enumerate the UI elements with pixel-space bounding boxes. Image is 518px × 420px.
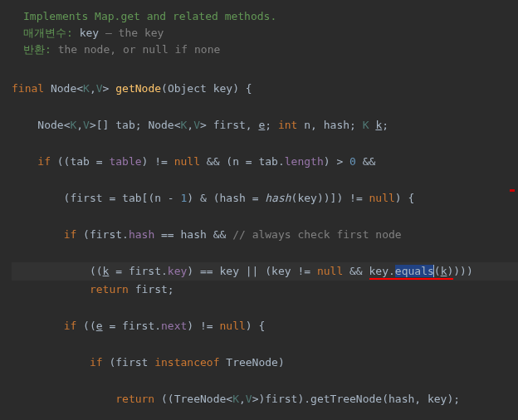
- code-line: return first;: [12, 281, 518, 299]
- doc-param-desc: – the key: [105, 27, 164, 39]
- doc-param-label: 매개변수:: [23, 27, 73, 39]
- code-line: final Node<K,V> getNode(Object key) {: [12, 80, 518, 98]
- doc-return-label: 반환:: [23, 43, 51, 56]
- code-line-highlighted: ((k = first.key) == key || (key != null …: [12, 262, 518, 281]
- code-line: if ((tab = table) != null && (n = tab.le…: [12, 153, 518, 171]
- code-line: if (first.hash == hash && // always chec…: [12, 226, 518, 244]
- code-line: if ((e = first.next) != null) {: [12, 317, 518, 335]
- javadoc-block: Implements Map.get and related methods. …: [12, 8, 518, 58]
- doc-return-desc: the node, or null if none: [58, 43, 221, 56]
- code-line: return ((TreeNode<K,V>)first).getTreeNod…: [12, 390, 518, 408]
- code-line: (first = tab[(n - 1) & (hash = hash(key)…: [12, 189, 518, 208]
- code-line: if (first instanceof TreeNode): [12, 354, 518, 372]
- doc-param-name: key: [80, 27, 99, 39]
- code-editor[interactable]: final Node<K,V> getNode(Object key) { No…: [12, 61, 518, 420]
- code-line: Node<K,V>[] tab; Node<K,V> first, e; int…: [12, 116, 518, 134]
- doc-summary: Implements Map.get and related methods.: [23, 10, 276, 22]
- error-stripe-marker[interactable]: [510, 189, 515, 192]
